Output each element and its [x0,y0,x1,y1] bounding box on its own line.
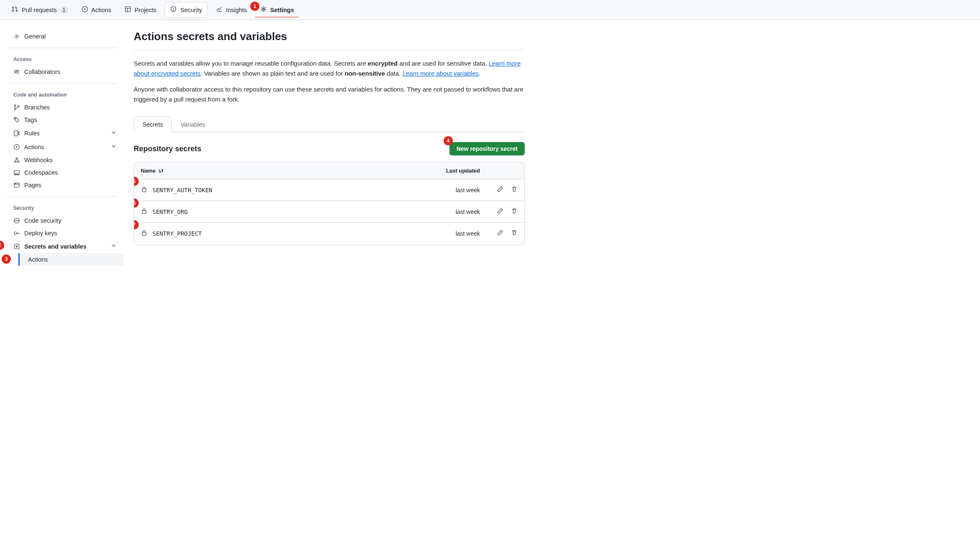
svg-rect-20 [14,174,19,175]
table-row: 7 SENTRY_PROJECT last week [134,223,524,244]
sidebar-codespaces[interactable]: Codespaces [7,166,124,179]
delete-icon[interactable] [511,229,518,237]
nav-pull-requests[interactable]: Pull requests 1 [7,3,73,17]
svg-point-1 [12,10,13,11]
divider [134,50,525,50]
callout-3: 3 [2,254,11,264]
edit-icon[interactable] [497,186,503,194]
sidebar-secrets-variables[interactable]: 2 Secrets and variables [7,239,124,253]
sidebar-label: Webhooks [24,157,53,163]
nav-label: Settings [270,7,294,13]
svg-point-5 [173,10,174,11]
delete-icon[interactable] [511,186,518,194]
svg-rect-28 [142,211,146,214]
edit-icon[interactable] [497,208,503,216]
sidebar-rules[interactable]: Rules [7,126,124,140]
sidebar-actions[interactable]: Actions [7,140,124,154]
svg-point-7 [16,36,18,37]
table-header: Name Last updated [134,163,524,179]
callout-2: 2 [0,241,4,250]
sidebar-deploy-keys[interactable]: Deploy keys [7,227,124,239]
svg-point-16 [16,158,17,159]
page-title: Actions secrets and variables [134,30,525,43]
table-row: 6 SENTRY_ORG last week [134,201,524,223]
shield-icon [170,6,177,14]
new-repository-secret-button[interactable]: New repository secret [449,142,525,155]
nav-label: Pull requests [22,7,57,13]
nav-label: Security [180,7,202,13]
nav-actions[interactable]: Actions [76,3,117,17]
secret-updated: last week [413,230,480,237]
secret-name: SENTRY_PROJECT [141,229,413,237]
sidebar-label: Pages [24,182,41,188]
sidebar-label: Actions [28,256,48,263]
nav-projects[interactable]: Projects [119,3,161,17]
sidebar-label: Secrets and variables [24,243,86,250]
tabs: Secrets Variables [134,116,525,132]
nav-security[interactable]: Security [165,2,207,18]
lock-icon [141,186,147,194]
svg-point-11 [14,109,15,110]
sidebar-code-security[interactable]: Code security [7,214,124,227]
graph-icon [216,6,223,14]
header-name[interactable]: Name [141,168,413,174]
delete-icon[interactable] [511,208,518,216]
nav-insights[interactable]: Insights [211,3,252,17]
sidebar-header-code: Code and automation [7,89,124,101]
secret-name: SENTRY_AUTH_TOKEN [141,186,413,194]
svg-rect-29 [142,232,146,235]
sidebar-collaborators[interactable]: Collaborators [7,66,124,78]
sidebar-label: Actions [24,144,44,150]
sidebar-tags[interactable]: Tags [7,114,124,126]
divider [7,48,117,48]
divider [7,196,117,197]
description-2: Anyone with collaborator access to this … [134,84,525,104]
pull-request-icon [12,6,18,14]
secret-name: SENTRY_ORG [141,208,413,216]
svg-point-8 [15,70,17,72]
svg-rect-19 [14,170,19,174]
settings-sidebar: General Access Collaborators Code and au… [0,20,124,276]
sort-asc-icon [158,168,164,174]
pr-count-badge: 1 [60,6,68,14]
sidebar-label: Deploy keys [24,230,57,236]
divider [7,83,117,84]
tab-secrets[interactable]: Secrets [134,117,172,132]
svg-point-13 [15,118,16,119]
sidebar-header-security: Security [7,202,124,214]
gear-icon [260,6,267,14]
svg-point-10 [14,105,15,106]
sidebar-general[interactable]: General [7,30,124,43]
table-icon [124,6,131,14]
edit-icon[interactable] [497,229,503,237]
svg-point-9 [17,70,19,72]
description-1: Secrets and variables allow you to manag… [134,58,525,79]
chevron-down-icon [110,129,117,137]
svg-rect-4 [125,7,130,12]
sidebar-label: General [24,33,46,40]
svg-point-2 [16,10,17,11]
svg-point-6 [263,8,264,10]
active-underline [255,17,299,18]
svg-point-0 [12,7,13,8]
lock-icon [141,229,147,237]
tab-variables[interactable]: Variables [172,117,214,132]
sidebar-branches[interactable]: Branches [7,101,124,114]
header-last-updated[interactable]: Last updated [413,168,480,174]
nav-settings[interactable]: 1 Settings [255,3,299,17]
secret-updated: last week [413,187,480,193]
sidebar-pages[interactable]: Pages [7,179,124,191]
sidebar-secrets-actions[interactable]: Actions [18,253,124,266]
section-title: Repository secrets [134,145,201,153]
repo-topnav: Pull requests 1 Actions Projects Securit… [0,0,980,20]
svg-point-18 [18,161,19,162]
sidebar-label: Rules [24,130,40,137]
table-row: 5 SENTRY_AUTH_TOKEN last week [134,179,524,201]
sidebar-webhooks[interactable]: Webhooks [7,154,124,166]
play-icon [81,6,88,14]
callout-1: 1 [250,2,259,11]
link-variables[interactable]: Learn more about variables [402,70,479,77]
nav-label: Actions [91,7,112,13]
sidebar-header-access: Access [7,53,124,66]
main-content: Actions secrets and variables Secrets an… [124,20,541,276]
